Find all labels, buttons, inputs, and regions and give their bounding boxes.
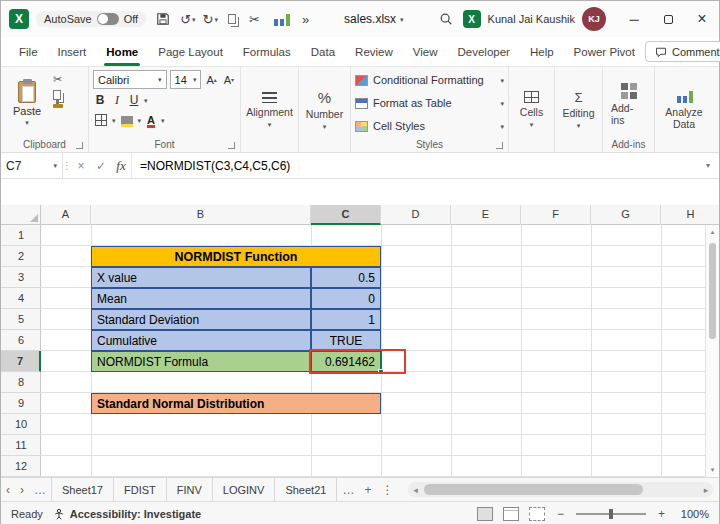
status-ready[interactable]: Ready xyxy=(11,508,43,520)
more-commands-button[interactable]: » xyxy=(299,10,312,29)
normal-view-button[interactable] xyxy=(477,507,493,521)
fill-color-button[interactable] xyxy=(119,111,135,129)
add-sheet-button[interactable]: + xyxy=(359,478,376,501)
hscroll-thumb[interactable] xyxy=(424,484,643,495)
office-badge-icon[interactable]: X xyxy=(463,10,481,28)
font-dialog-launcher-icon[interactable] xyxy=(228,142,235,149)
paste-button[interactable]: Paste ▾ xyxy=(5,70,49,137)
enter-button[interactable]: ✓ xyxy=(91,153,111,178)
conditional-formatting-button[interactable]: Conditional Formatting ▾ xyxy=(355,71,504,89)
horizontal-scrollbar[interactable]: ◂ ▸ xyxy=(408,482,713,497)
sheet-tab-sheet21[interactable]: Sheet21 xyxy=(275,478,337,501)
cell-C7[interactable]: 0.691462 xyxy=(311,351,381,372)
font-color-button[interactable]: A xyxy=(144,111,158,129)
borders-button[interactable] xyxy=(93,111,109,129)
formula-input[interactable]: =NORMDIST(C3,C4,C5,C6) xyxy=(131,153,697,178)
insert-function-button[interactable]: fx xyxy=(111,153,131,178)
scroll-down-icon[interactable]: ▾ xyxy=(706,463,719,477)
cell-B2[interactable]: NORMDIST Function xyxy=(91,246,381,267)
scroll-up-icon[interactable]: ▴ xyxy=(706,225,719,239)
chevron-down-icon[interactable]: ▾ xyxy=(25,119,29,126)
search-button[interactable] xyxy=(436,10,456,28)
autosave-toggle[interactable]: AutoSave Off xyxy=(36,11,146,27)
tab-power-pivot[interactable]: Power Pivot xyxy=(564,37,645,66)
accessibility-status[interactable]: Accessibility: Investigate xyxy=(53,508,201,520)
format-as-table-button[interactable]: Format as Table ▾ xyxy=(355,94,504,112)
format-painter-button[interactable] xyxy=(53,104,63,108)
analyze-data-button[interactable]: Analyze Data xyxy=(655,67,713,152)
font-name-select[interactable]: Calibri▾ xyxy=(93,70,167,89)
tab-review[interactable]: Review xyxy=(345,37,403,66)
cancel-button[interactable]: × xyxy=(71,153,91,178)
tab-help[interactable]: Help xyxy=(520,37,564,66)
chevron-down-icon[interactable]: ▾ xyxy=(53,162,57,169)
addins-button[interactable]: Add-ins xyxy=(607,70,650,137)
sheet-tab-finv[interactable]: FINV xyxy=(167,478,213,501)
cell-B3[interactable]: X value xyxy=(91,267,311,288)
tab-home[interactable]: Home xyxy=(96,37,148,66)
cell-B9[interactable]: Standard Normal Distribution xyxy=(91,393,381,414)
cell-C5[interactable]: 1 xyxy=(311,309,381,330)
tab-view[interactable]: View xyxy=(403,37,448,66)
page-layout-view-button[interactable] xyxy=(503,507,519,521)
increase-font-size-button[interactable]: A▴ xyxy=(204,71,218,89)
name-box[interactable]: C7 ▾ xyxy=(1,153,63,178)
select-all-corner[interactable] xyxy=(1,205,41,225)
vscroll-thumb[interactable] xyxy=(709,243,716,339)
zoom-out-button[interactable]: − xyxy=(555,507,566,521)
tab-data[interactable]: Data xyxy=(301,37,345,66)
styles-dialog-launcher-icon[interactable] xyxy=(496,142,503,149)
clipboard-dialog-launcher-icon[interactable] xyxy=(76,142,83,149)
zoom-slider-thumb[interactable] xyxy=(609,509,613,519)
clipboard-qat-button[interactable] xyxy=(225,12,239,26)
sheet-menu-icon[interactable]: ⋮ xyxy=(376,478,398,501)
chevron-down-icon[interactable]: ▾ xyxy=(193,76,197,83)
vertical-scrollbar[interactable]: ▴ ▾ xyxy=(705,225,719,477)
cell-C6[interactable]: TRUE xyxy=(311,330,381,351)
redo-button[interactable]: ↻▾ xyxy=(203,12,218,27)
cell-B4[interactable]: Mean xyxy=(91,288,311,309)
chevron-down-icon[interactable]: ▾ xyxy=(215,16,219,23)
document-title[interactable]: sales.xlsx ▾ xyxy=(336,9,412,29)
comments-button[interactable]: Comments xyxy=(645,41,720,62)
tab-developer[interactable]: Developer xyxy=(448,37,520,66)
cell-B5[interactable]: Standard Deviation xyxy=(91,309,311,330)
chart-qat-button[interactable] xyxy=(270,10,292,28)
maximize-button[interactable] xyxy=(651,1,685,37)
chevron-down-icon[interactable]: ▾ xyxy=(192,16,196,23)
chevron-down-icon[interactable]: ▾ xyxy=(144,97,148,104)
autosave-switch-icon[interactable] xyxy=(97,13,119,25)
cut-qat-button[interactable]: ✂ xyxy=(246,10,263,29)
tab-page-layout[interactable]: Page Layout xyxy=(148,37,233,66)
hscroll-left-icon[interactable]: ◂ xyxy=(408,485,422,495)
cell-C4[interactable]: 0 xyxy=(311,288,381,309)
sheet-tab-loginv[interactable]: LOGINV xyxy=(213,478,276,501)
tab-formulas[interactable]: Formulas xyxy=(233,37,301,66)
page-break-view-button[interactable] xyxy=(529,507,545,521)
minimize-button[interactable]: ─ xyxy=(617,1,651,37)
cell-C3[interactable]: 0.5 xyxy=(311,267,381,288)
cells-group-button[interactable]: Cells ▾ xyxy=(509,67,555,152)
editing-group-button[interactable]: Σ Editing ▾ xyxy=(555,67,603,152)
cell-styles-button[interactable]: Cell Styles ▾ xyxy=(355,117,504,135)
close-button[interactable]: × xyxy=(685,1,719,37)
hscroll-right-icon[interactable]: ▸ xyxy=(699,485,713,495)
sheet-tab-sheet17[interactable]: Sheet17 xyxy=(51,478,114,501)
sheet-overflow-right-icon[interactable]: … xyxy=(337,478,359,501)
undo-button[interactable]: ↺▾ xyxy=(180,12,195,27)
name-box-splitter[interactable]: ⋮ xyxy=(63,153,71,178)
cell-B6[interactable]: Cumulative xyxy=(91,330,311,351)
excel-app-icon[interactable]: X xyxy=(9,9,29,29)
user-name[interactable]: Kunal Jai Kaushik xyxy=(488,13,575,25)
chevron-down-icon[interactable]: ▾ xyxy=(400,16,404,23)
number-group-button[interactable]: % Number ▾ xyxy=(299,67,351,152)
fill-handle[interactable] xyxy=(378,369,384,375)
alignment-group-button[interactable]: Alignment ▾ xyxy=(241,67,299,152)
italic-button[interactable]: I xyxy=(110,91,124,109)
save-button[interactable] xyxy=(153,10,173,28)
sheet-prev-icon[interactable]: ‹ xyxy=(1,478,15,501)
cut-button[interactable]: ✂ xyxy=(53,73,63,86)
formula-bar-expand-button[interactable]: ▾ xyxy=(697,153,719,178)
font-size-select[interactable]: 14▾ xyxy=(170,70,202,89)
zoom-in-button[interactable]: + xyxy=(656,507,667,521)
